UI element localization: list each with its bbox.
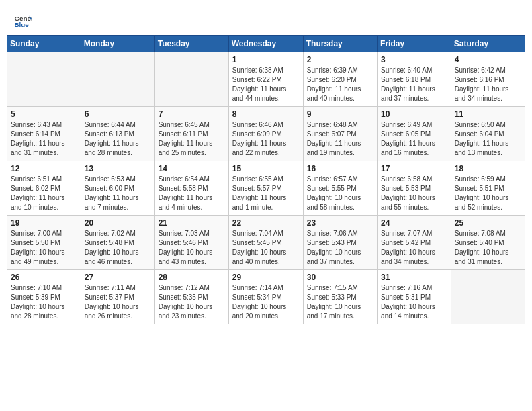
day-info: Sunrise: 6:46 AM Sunset: 6:09 PM Dayligh…: [232, 120, 300, 158]
day-number: 14: [159, 164, 225, 173]
calendar-cell: 22Sunrise: 7:04 AM Sunset: 5:45 PM Dayli…: [228, 216, 303, 270]
day-info: Sunrise: 7:00 AM Sunset: 5:50 PM Dayligh…: [11, 229, 77, 267]
day-number: 31: [381, 273, 447, 282]
week-row-5: 26Sunrise: 7:10 AM Sunset: 5:39 PM Dayli…: [7, 270, 525, 324]
calendar-table: SundayMondayTuesdayWednesdayThursdayFrid…: [7, 35, 525, 324]
calendar-cell: 26Sunrise: 7:10 AM Sunset: 5:39 PM Dayli…: [7, 270, 81, 324]
calendar-cell: 27Sunrise: 7:11 AM Sunset: 5:37 PM Dayli…: [81, 270, 154, 324]
week-row-1: 1Sunrise: 6:38 AM Sunset: 6:22 PM Daylig…: [7, 52, 525, 107]
calendar-cell: 12Sunrise: 6:51 AM Sunset: 6:02 PM Dayli…: [7, 161, 81, 216]
day-number: 10: [381, 109, 447, 119]
week-row-4: 19Sunrise: 7:00 AM Sunset: 5:50 PM Dayli…: [7, 216, 525, 270]
calendar-cell: 15Sunrise: 6:55 AM Sunset: 5:57 PM Dayli…: [228, 161, 303, 216]
day-info: Sunrise: 7:06 AM Sunset: 5:43 PM Dayligh…: [307, 229, 373, 267]
weekday-header-friday: Friday: [378, 36, 451, 52]
calendar-cell: [154, 52, 228, 107]
day-info: Sunrise: 6:39 AM Sunset: 6:20 PM Dayligh…: [307, 66, 373, 103]
calendar-cell: 23Sunrise: 7:06 AM Sunset: 5:43 PM Dayli…: [303, 216, 377, 270]
calendar-cell: 4Sunrise: 6:42 AM Sunset: 6:16 PM Daylig…: [451, 52, 525, 107]
calendar-cell: 2Sunrise: 6:39 AM Sunset: 6:20 PM Daylig…: [303, 52, 377, 107]
day-number: 20: [85, 218, 151, 228]
day-info: Sunrise: 6:43 AM Sunset: 6:14 PM Dayligh…: [11, 120, 77, 158]
day-number: 3: [381, 55, 447, 64]
day-info: Sunrise: 6:57 AM Sunset: 5:55 PM Dayligh…: [307, 175, 373, 212]
day-info: Sunrise: 6:38 AM Sunset: 6:22 PM Dayligh…: [232, 66, 300, 103]
day-number: 7: [159, 109, 225, 119]
weekday-header-row: SundayMondayTuesdayWednesdayThursdayFrid…: [7, 36, 525, 52]
day-info: Sunrise: 6:59 AM Sunset: 5:51 PM Dayligh…: [455, 175, 521, 212]
day-number: 26: [11, 273, 77, 282]
day-number: 29: [232, 273, 300, 282]
weekday-header-tuesday: Tuesday: [154, 36, 228, 52]
day-number: 19: [11, 218, 77, 228]
calendar-cell: 19Sunrise: 7:00 AM Sunset: 5:50 PM Dayli…: [7, 216, 81, 270]
day-number: 4: [455, 55, 521, 64]
calendar-cell: 5Sunrise: 6:43 AM Sunset: 6:14 PM Daylig…: [7, 107, 81, 161]
calendar-cell: 21Sunrise: 7:03 AM Sunset: 5:46 PM Dayli…: [154, 216, 228, 270]
calendar-cell: 18Sunrise: 6:59 AM Sunset: 5:51 PM Dayli…: [451, 161, 525, 216]
day-info: Sunrise: 6:48 AM Sunset: 6:07 PM Dayligh…: [307, 120, 373, 158]
week-row-3: 12Sunrise: 6:51 AM Sunset: 6:02 PM Dayli…: [7, 161, 525, 216]
day-number: 8: [232, 109, 300, 119]
day-info: Sunrise: 6:51 AM Sunset: 6:02 PM Dayligh…: [11, 175, 77, 212]
day-number: 21: [159, 218, 225, 228]
day-number: 5: [11, 109, 77, 119]
day-info: Sunrise: 6:49 AM Sunset: 6:05 PM Dayligh…: [381, 120, 447, 158]
calendar-cell: 17Sunrise: 6:58 AM Sunset: 5:53 PM Dayli…: [378, 161, 451, 216]
calendar-cell: 25Sunrise: 7:08 AM Sunset: 5:40 PM Dayli…: [451, 216, 525, 270]
weekday-header-saturday: Saturday: [451, 36, 525, 52]
weekday-header-wednesday: Wednesday: [228, 36, 303, 52]
day-info: Sunrise: 7:15 AM Sunset: 5:33 PM Dayligh…: [307, 283, 373, 321]
weekday-header-monday: Monday: [81, 36, 154, 52]
calendar-cell: [81, 52, 154, 107]
day-info: Sunrise: 6:53 AM Sunset: 6:00 PM Dayligh…: [85, 175, 151, 212]
day-number: 2: [307, 55, 373, 64]
day-number: 30: [307, 273, 373, 282]
day-number: 24: [381, 218, 447, 228]
weekday-header-sunday: Sunday: [7, 36, 81, 52]
calendar-cell: 16Sunrise: 6:57 AM Sunset: 5:55 PM Dayli…: [303, 161, 377, 216]
day-number: 28: [159, 273, 225, 282]
day-info: Sunrise: 6:42 AM Sunset: 6:16 PM Dayligh…: [455, 66, 521, 103]
day-info: Sunrise: 7:10 AM Sunset: 5:39 PM Dayligh…: [11, 283, 77, 321]
day-info: Sunrise: 7:08 AM Sunset: 5:40 PM Dayligh…: [455, 229, 521, 267]
day-info: Sunrise: 6:58 AM Sunset: 5:53 PM Dayligh…: [381, 175, 447, 212]
day-info: Sunrise: 7:03 AM Sunset: 5:46 PM Dayligh…: [159, 229, 225, 267]
svg-text:Blue: Blue: [14, 21, 29, 28]
calendar-cell: 28Sunrise: 7:12 AM Sunset: 5:35 PM Dayli…: [154, 270, 228, 324]
day-number: 22: [232, 218, 300, 228]
calendar-cell: 30Sunrise: 7:15 AM Sunset: 5:33 PM Dayli…: [303, 270, 377, 324]
day-number: 11: [455, 109, 521, 119]
calendar-cell: 8Sunrise: 6:46 AM Sunset: 6:09 PM Daylig…: [228, 107, 303, 161]
page-header: General Blue: [7, 7, 525, 35]
day-info: Sunrise: 7:12 AM Sunset: 5:35 PM Dayligh…: [159, 283, 225, 321]
day-info: Sunrise: 7:16 AM Sunset: 5:31 PM Dayligh…: [381, 283, 447, 321]
logo-icon: General Blue: [13, 12, 32, 31]
day-number: 27: [85, 273, 151, 282]
day-number: 15: [232, 164, 300, 173]
day-number: 1: [232, 55, 300, 64]
calendar-cell: 7Sunrise: 6:45 AM Sunset: 6:11 PM Daylig…: [154, 107, 228, 161]
day-info: Sunrise: 6:40 AM Sunset: 6:18 PM Dayligh…: [381, 66, 447, 103]
calendar-cell: 29Sunrise: 7:14 AM Sunset: 5:34 PM Dayli…: [228, 270, 303, 324]
calendar-cell: 11Sunrise: 6:50 AM Sunset: 6:04 PM Dayli…: [451, 107, 525, 161]
calendar-cell: [7, 52, 81, 107]
day-info: Sunrise: 7:14 AM Sunset: 5:34 PM Dayligh…: [232, 283, 300, 321]
calendar-cell: 6Sunrise: 6:44 AM Sunset: 6:13 PM Daylig…: [81, 107, 154, 161]
calendar-cell: 9Sunrise: 6:48 AM Sunset: 6:07 PM Daylig…: [303, 107, 377, 161]
day-number: 23: [307, 218, 373, 228]
day-number: 18: [455, 164, 521, 173]
calendar-cell: [451, 270, 525, 324]
calendar-cell: 20Sunrise: 7:02 AM Sunset: 5:48 PM Dayli…: [81, 216, 154, 270]
calendar-cell: 14Sunrise: 6:54 AM Sunset: 5:58 PM Dayli…: [154, 161, 228, 216]
day-number: 17: [381, 164, 447, 173]
day-info: Sunrise: 7:07 AM Sunset: 5:42 PM Dayligh…: [381, 229, 447, 267]
weekday-header-thursday: Thursday: [303, 36, 377, 52]
day-info: Sunrise: 6:54 AM Sunset: 5:58 PM Dayligh…: [159, 175, 225, 212]
calendar-cell: 31Sunrise: 7:16 AM Sunset: 5:31 PM Dayli…: [378, 270, 451, 324]
calendar-cell: 1Sunrise: 6:38 AM Sunset: 6:22 PM Daylig…: [228, 52, 303, 107]
day-number: 9: [307, 109, 373, 119]
day-info: Sunrise: 6:55 AM Sunset: 5:57 PM Dayligh…: [232, 175, 300, 212]
calendar-cell: 3Sunrise: 6:40 AM Sunset: 6:18 PM Daylig…: [378, 52, 451, 107]
calendar-cell: 10Sunrise: 6:49 AM Sunset: 6:05 PM Dayli…: [378, 107, 451, 161]
